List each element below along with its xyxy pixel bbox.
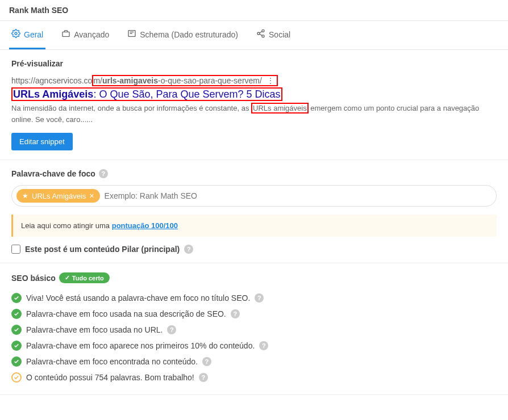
seo-check-item: Palavra-chave em foco aparece nos primei… bbox=[11, 338, 497, 354]
check-text: Palavra-chave em foco encontrada no cont… bbox=[26, 357, 198, 366]
check-text: Palavra-chave em foco aparece nos primei… bbox=[26, 341, 255, 350]
check-text: Palavra-chave em foco usada no URL. bbox=[26, 325, 163, 334]
status-badge: ✓ Tudo certo bbox=[59, 272, 110, 283]
schema-icon bbox=[127, 29, 136, 40]
check-icon bbox=[11, 309, 22, 319]
seo-check-item: Palavra-chave em foco usada no URL.? bbox=[11, 322, 497, 338]
focus-keyword-title-text: Palavra-chave de foco bbox=[11, 169, 95, 178]
notice-text-pre: Leia aqui como atingir uma bbox=[21, 221, 112, 230]
badge-label: Tudo certo bbox=[72, 275, 104, 282]
preview-section: Pré-visualizar https://agncservicos.co m… bbox=[0, 50, 508, 160]
preview-url-boxed-pre: m/ bbox=[93, 76, 102, 85]
help-icon[interactable]: ? bbox=[255, 293, 264, 303]
preview-url-slug-bold: urls-amigaveis bbox=[102, 76, 158, 85]
seo-basic-title-text: SEO básico bbox=[11, 274, 56, 283]
keyword-chip-label: URLs Amigáveis bbox=[32, 192, 86, 200]
preview-title-rest: : O Que São, Para Que Servem? 5 Dicas bbox=[93, 89, 280, 100]
star-icon: ★ bbox=[22, 192, 28, 200]
preview-url-slug-rest: -o-que-sao-para-que-servem/ bbox=[158, 76, 262, 85]
panel-title: Rank Math SEO bbox=[0, 0, 508, 21]
score-link[interactable]: pontuação 100/100 bbox=[112, 221, 178, 230]
help-icon[interactable]: ? bbox=[231, 309, 240, 318]
check-text: Palavra-chave em foco usada na sua descr… bbox=[26, 309, 226, 318]
check-icon bbox=[11, 325, 22, 335]
seo-check-item: Viva! Você está usando a palavra-chave e… bbox=[11, 290, 497, 306]
tab-schema[interactable]: Schema (Dado estruturado) bbox=[125, 21, 240, 49]
check-text: Viva! Você está usando a palavra-chave e… bbox=[26, 293, 250, 303]
focus-keyword-title: Palavra-chave de foco ? bbox=[11, 169, 497, 178]
svg-rect-1 bbox=[63, 32, 69, 36]
svg-line-6 bbox=[260, 34, 263, 36]
preview-desc-highlighted: URLs amigáveis bbox=[251, 103, 309, 114]
help-icon[interactable]: ? bbox=[202, 357, 211, 366]
more-dots-icon[interactable]: ⋮ bbox=[267, 76, 274, 85]
check-icon: ✓ bbox=[65, 274, 70, 282]
focus-keyword-section: Palavra-chave de foco ? ★ URLs Amigáveis… bbox=[0, 160, 508, 263]
seo-check-item: Palavra-chave em foco encontrada no cont… bbox=[11, 354, 497, 369]
score-notice: Leia aqui como atingir uma pontuação 100… bbox=[11, 215, 497, 237]
remove-keyword-icon[interactable]: × bbox=[89, 191, 94, 200]
preview-desc-pre: Na imensidão da internet, onde a busca p… bbox=[11, 104, 251, 112]
svg-point-0 bbox=[15, 32, 17, 35]
seo-basic-section: SEO básico ✓ Tudo certo Viva! Você está … bbox=[0, 263, 508, 395]
seo-check-list: Viva! Você está usando a palavra-chave e… bbox=[11, 290, 497, 385]
edit-snippet-button[interactable]: Editar snippet bbox=[11, 133, 73, 150]
tab-label: Geral bbox=[24, 30, 43, 39]
tab-social[interactable]: Social bbox=[254, 21, 293, 49]
svg-point-3 bbox=[262, 30, 264, 32]
toolbox-icon bbox=[61, 29, 70, 40]
svg-line-7 bbox=[260, 31, 263, 33]
tabs: Geral Avançado Schema (Dado estruturado)… bbox=[0, 21, 508, 50]
share-icon bbox=[256, 29, 265, 40]
svg-point-4 bbox=[257, 32, 260, 35]
check-icon bbox=[11, 293, 22, 303]
tab-geral[interactable]: Geral bbox=[9, 21, 45, 49]
keyword-input[interactable] bbox=[105, 191, 492, 200]
seo-check-item: Palavra-chave em foco usada na sua descr… bbox=[11, 306, 497, 322]
tab-label: Avançado bbox=[74, 30, 109, 39]
svg-point-5 bbox=[262, 35, 264, 37]
keyword-chip[interactable]: ★ URLs Amigáveis × bbox=[16, 189, 100, 203]
preview-description: Na imensidão da internet, onde a busca p… bbox=[11, 103, 497, 125]
help-icon[interactable]: ? bbox=[199, 373, 208, 382]
preview-section-title: Pré-visualizar bbox=[11, 59, 497, 68]
gear-icon bbox=[11, 29, 20, 40]
tab-label: Schema (Dado estruturado) bbox=[140, 30, 238, 39]
warning-icon bbox=[11, 372, 22, 383]
check-icon bbox=[11, 341, 22, 351]
help-icon[interactable]: ? bbox=[99, 169, 108, 178]
preview-title[interactable]: URLs Amigáveis: O Que São, Para Que Serv… bbox=[11, 89, 497, 100]
pillar-checkbox-row[interactable]: Este post é um conteúdo Pilar (principal… bbox=[11, 245, 497, 254]
preview-url: https://agncservicos.co m/urls-amigaveis… bbox=[11, 75, 497, 86]
preview-title-highlighted: URLs Amigáveis bbox=[13, 89, 93, 100]
check-text: O conteúdo possui 754 palavras. Bom trab… bbox=[26, 373, 194, 382]
help-icon[interactable]: ? bbox=[184, 245, 193, 254]
tab-label: Social bbox=[269, 30, 290, 39]
help-icon[interactable]: ? bbox=[167, 325, 176, 334]
seo-basic-title: SEO básico ✓ Tudo certo bbox=[11, 272, 497, 283]
pillar-label: Este post é um conteúdo Pilar (principal… bbox=[25, 245, 180, 254]
seo-check-item: O conteúdo possui 754 palavras. Bom trab… bbox=[11, 369, 497, 385]
keyword-input-wrap[interactable]: ★ URLs Amigáveis × bbox=[11, 185, 497, 207]
pillar-checkbox[interactable] bbox=[11, 245, 20, 254]
tab-avancado[interactable]: Avançado bbox=[59, 21, 111, 49]
help-icon[interactable]: ? bbox=[259, 341, 268, 350]
check-icon bbox=[11, 356, 22, 367]
preview-url-prefix: https://agncservicos.co bbox=[11, 76, 92, 85]
